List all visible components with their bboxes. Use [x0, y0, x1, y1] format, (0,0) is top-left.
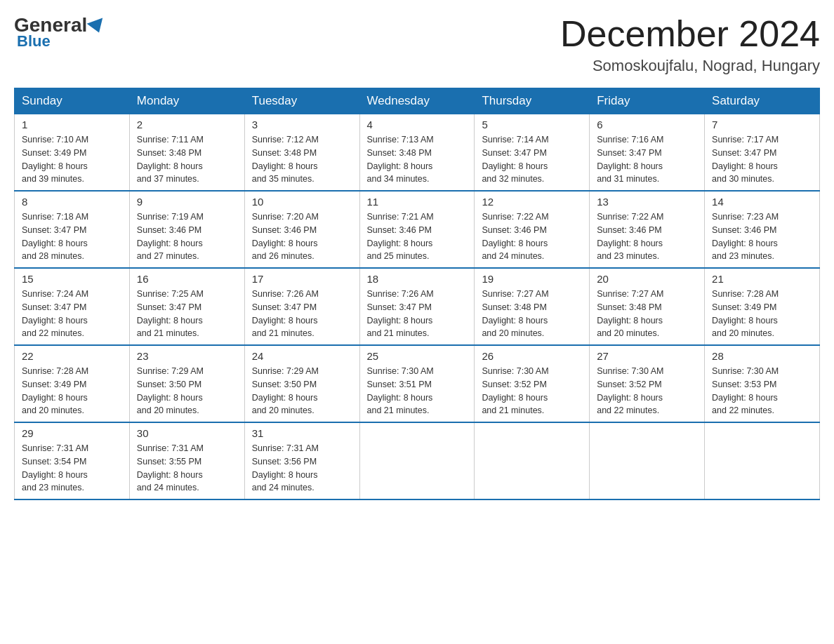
calendar-day-cell: 7Sunrise: 7:17 AMSunset: 3:47 PMDaylight… [705, 114, 820, 192]
calendar-day-cell: 25Sunrise: 7:30 AMSunset: 3:51 PMDayligh… [359, 345, 475, 422]
day-info: Sunrise: 7:31 AMSunset: 3:54 PMDaylight:… [22, 442, 122, 495]
day-info: Sunrise: 7:30 AMSunset: 3:53 PMDaylight:… [712, 365, 812, 417]
day-of-week-header: Friday [590, 88, 705, 114]
day-info: Sunrise: 7:26 AMSunset: 3:47 PMDaylight:… [367, 288, 468, 340]
subtitle: Somoskoujfalu, Nograd, Hungary [560, 57, 820, 75]
logo-triangle-icon [87, 18, 107, 35]
calendar-day-cell: 19Sunrise: 7:27 AMSunset: 3:48 PMDayligh… [475, 268, 590, 345]
day-number: 22 [22, 350, 122, 362]
day-info: Sunrise: 7:19 AMSunset: 3:46 PMDaylight:… [137, 210, 237, 263]
day-info: Sunrise: 7:30 AMSunset: 3:52 PMDaylight:… [482, 365, 582, 417]
day-info: Sunrise: 7:23 AMSunset: 3:46 PMDaylight:… [712, 210, 812, 263]
day-number: 17 [252, 273, 352, 285]
day-number: 11 [367, 196, 468, 208]
calendar-day-cell: 1Sunrise: 7:10 AMSunset: 3:49 PMDaylight… [15, 114, 130, 192]
day-number: 15 [22, 273, 122, 285]
day-number: 2 [137, 119, 237, 130]
day-info: Sunrise: 7:13 AMSunset: 3:48 PMDaylight:… [367, 133, 468, 186]
calendar-day-cell: 5Sunrise: 7:14 AMSunset: 3:47 PMDaylight… [475, 114, 590, 192]
header: General Blue December 2024 Somoskoujfalu… [14, 14, 820, 75]
day-of-week-header: Monday [129, 88, 244, 114]
day-number: 31 [252, 427, 352, 439]
day-number: 23 [137, 350, 237, 362]
day-info: Sunrise: 7:26 AMSunset: 3:47 PMDaylight:… [252, 288, 352, 340]
day-number: 16 [137, 273, 237, 285]
day-info: Sunrise: 7:30 AMSunset: 3:51 PMDaylight:… [367, 365, 468, 417]
calendar-day-cell: 6Sunrise: 7:16 AMSunset: 3:47 PMDaylight… [590, 114, 705, 192]
day-number: 13 [597, 196, 697, 208]
day-number: 21 [712, 273, 812, 285]
calendar-day-cell: 4Sunrise: 7:13 AMSunset: 3:48 PMDaylight… [359, 114, 475, 192]
day-number: 7 [712, 119, 812, 130]
calendar-day-cell [359, 422, 475, 499]
calendar-table: SundayMondayTuesdayWednesdayThursdayFrid… [14, 88, 820, 500]
day-of-week-header: Thursday [475, 88, 590, 114]
day-info: Sunrise: 7:22 AMSunset: 3:46 PMDaylight:… [597, 210, 697, 263]
day-of-week-header: Sunday [15, 88, 130, 114]
calendar-day-cell: 9Sunrise: 7:19 AMSunset: 3:46 PMDaylight… [129, 191, 244, 268]
title-area: December 2024 Somoskoujfalu, Nograd, Hun… [560, 14, 820, 75]
day-number: 30 [137, 427, 237, 439]
day-info: Sunrise: 7:29 AMSunset: 3:50 PMDaylight:… [252, 365, 352, 417]
day-of-week-header: Tuesday [244, 88, 359, 114]
day-number: 19 [482, 273, 582, 285]
calendar-week-row: 29Sunrise: 7:31 AMSunset: 3:54 PMDayligh… [15, 422, 820, 499]
day-info: Sunrise: 7:21 AMSunset: 3:46 PMDaylight:… [367, 210, 468, 263]
calendar-day-cell: 10Sunrise: 7:20 AMSunset: 3:46 PMDayligh… [244, 191, 359, 268]
calendar-week-row: 8Sunrise: 7:18 AMSunset: 3:47 PMDaylight… [15, 191, 820, 268]
logo-blue-text: Blue [14, 32, 51, 51]
day-number: 28 [712, 350, 812, 362]
day-info: Sunrise: 7:28 AMSunset: 3:49 PMDaylight:… [712, 288, 812, 340]
calendar-day-cell [705, 422, 820, 499]
day-info: Sunrise: 7:25 AMSunset: 3:47 PMDaylight:… [137, 288, 237, 340]
calendar-body: 1Sunrise: 7:10 AMSunset: 3:49 PMDaylight… [15, 114, 820, 500]
calendar-day-cell: 11Sunrise: 7:21 AMSunset: 3:46 PMDayligh… [359, 191, 475, 268]
day-info: Sunrise: 7:22 AMSunset: 3:46 PMDaylight:… [482, 210, 582, 263]
day-info: Sunrise: 7:28 AMSunset: 3:49 PMDaylight:… [22, 365, 122, 417]
day-number: 3 [252, 119, 352, 130]
calendar-day-cell: 14Sunrise: 7:23 AMSunset: 3:46 PMDayligh… [705, 191, 820, 268]
calendar-day-cell [475, 422, 590, 499]
day-info: Sunrise: 7:24 AMSunset: 3:47 PMDaylight:… [22, 288, 122, 340]
calendar-day-cell: 31Sunrise: 7:31 AMSunset: 3:56 PMDayligh… [244, 422, 359, 499]
calendar-day-cell: 27Sunrise: 7:30 AMSunset: 3:52 PMDayligh… [590, 345, 705, 422]
day-info: Sunrise: 7:17 AMSunset: 3:47 PMDaylight:… [712, 133, 812, 186]
day-info: Sunrise: 7:20 AMSunset: 3:46 PMDaylight:… [252, 210, 352, 263]
day-info: Sunrise: 7:31 AMSunset: 3:55 PMDaylight:… [137, 442, 237, 495]
calendar-day-cell: 3Sunrise: 7:12 AMSunset: 3:48 PMDaylight… [244, 114, 359, 192]
calendar-day-cell: 17Sunrise: 7:26 AMSunset: 3:47 PMDayligh… [244, 268, 359, 345]
calendar-day-cell: 23Sunrise: 7:29 AMSunset: 3:50 PMDayligh… [129, 345, 244, 422]
calendar-week-row: 22Sunrise: 7:28 AMSunset: 3:49 PMDayligh… [15, 345, 820, 422]
calendar-day-cell: 2Sunrise: 7:11 AMSunset: 3:48 PMDaylight… [129, 114, 244, 192]
month-title: December 2024 [560, 14, 820, 54]
day-of-week-header: Saturday [705, 88, 820, 114]
calendar-day-cell: 20Sunrise: 7:27 AMSunset: 3:48 PMDayligh… [590, 268, 705, 345]
day-number: 9 [137, 196, 237, 208]
day-number: 29 [22, 427, 122, 439]
calendar-week-row: 1Sunrise: 7:10 AMSunset: 3:49 PMDaylight… [15, 114, 820, 192]
day-number: 6 [597, 119, 697, 130]
day-info: Sunrise: 7:18 AMSunset: 3:47 PMDaylight:… [22, 210, 122, 263]
day-number: 27 [597, 350, 697, 362]
calendar-day-cell: 29Sunrise: 7:31 AMSunset: 3:54 PMDayligh… [15, 422, 130, 499]
calendar-day-cell: 18Sunrise: 7:26 AMSunset: 3:47 PMDayligh… [359, 268, 475, 345]
day-number: 20 [597, 273, 697, 285]
calendar-day-cell [590, 422, 705, 499]
day-info: Sunrise: 7:30 AMSunset: 3:52 PMDaylight:… [597, 365, 697, 417]
day-info: Sunrise: 7:16 AMSunset: 3:47 PMDaylight:… [597, 133, 697, 186]
calendar-header: SundayMondayTuesdayWednesdayThursdayFrid… [15, 88, 820, 114]
day-info: Sunrise: 7:10 AMSunset: 3:49 PMDaylight:… [22, 133, 122, 186]
day-info: Sunrise: 7:14 AMSunset: 3:47 PMDaylight:… [482, 133, 582, 186]
day-number: 24 [252, 350, 352, 362]
logo: General Blue [14, 14, 102, 51]
calendar-day-cell: 21Sunrise: 7:28 AMSunset: 3:49 PMDayligh… [705, 268, 820, 345]
day-number: 8 [22, 196, 122, 208]
day-info: Sunrise: 7:27 AMSunset: 3:48 PMDaylight:… [482, 288, 582, 340]
day-info: Sunrise: 7:31 AMSunset: 3:56 PMDaylight:… [252, 442, 352, 495]
day-number: 4 [367, 119, 468, 130]
day-number: 1 [22, 119, 122, 130]
day-number: 12 [482, 196, 582, 208]
day-info: Sunrise: 7:12 AMSunset: 3:48 PMDaylight:… [252, 133, 352, 186]
day-number: 14 [712, 196, 812, 208]
calendar-day-cell: 12Sunrise: 7:22 AMSunset: 3:46 PMDayligh… [475, 191, 590, 268]
